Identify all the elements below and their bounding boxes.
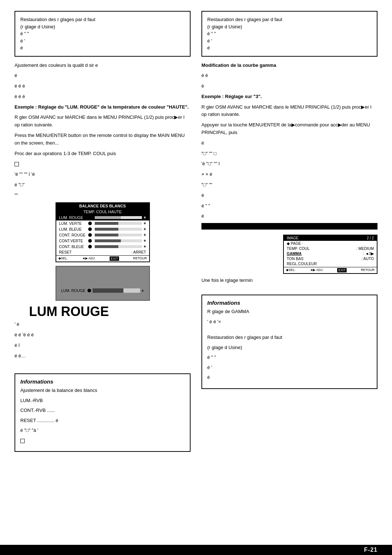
menu2-regl-couleur-row: REGL.COULEUR <box>284 261 377 266</box>
instruction1-right: R gler OSM AVANC sur MARCHE dans le MENU… <box>201 104 377 119</box>
instruction1-left: R gler OSM AVANC sur MARCHE dans le MENU… <box>15 114 191 129</box>
text-after4-left: é é… <box>15 352 191 360</box>
menu2-nav-sel: ◆SEL. <box>286 268 296 272</box>
menu-row-lum-rouge: LUM. ROUGE + <box>56 215 149 220</box>
menu2-nav-exit: EXIT <box>337 268 347 272</box>
lum-rouge-bar-fill <box>95 216 121 219</box>
nav-exit-btn: EXIT <box>110 256 119 261</box>
text-done-right: Une fois le rglage termin <box>201 277 377 284</box>
image-menu-page: 2 / 2 <box>367 236 374 240</box>
menu-subtitle-bar: TEMP. COUL HAUTE <box>56 209 149 215</box>
image-menu-title-bar: IMAGE 2 / 2 <box>284 235 377 241</box>
checkbox-line-left <box>15 160 191 168</box>
right-text-block3: 'é "□" "" î <box>201 160 377 168</box>
image-menu-screen: IMAGE 2 / 2 ◆ PAGE · TEMP. COUL : MEDIUM… <box>283 235 377 274</box>
cont-bleue-bar-fill <box>95 245 118 248</box>
instruction2-right: Appuyer sur la touche MENU/ENTER de la▶c… <box>201 121 377 137</box>
example-title-left: Exemple : Réglage du "LUM. ROUGE" de la … <box>15 104 191 111</box>
menu2-gamma-value: : ◄3▶ <box>363 251 374 256</box>
menu2-temp-coul-value: : MEDIUM <box>356 246 374 251</box>
lum-bleue-label: LUM. BLEUE <box>59 227 88 231</box>
info-line2: (r glage d Usine) <box>20 23 185 31</box>
reset-value: : ARRET <box>131 250 146 254</box>
left-info-line1: Ajustement de la balance des blancs <box>20 387 185 394</box>
lum-verte-dot <box>88 222 92 225</box>
menu-row-lum-bleue: LUM. BLEUE + <box>56 226 149 232</box>
right-info-restore-line4: (r glage d Usine) <box>207 344 372 351</box>
menu-row-cont-bleue: CONT. BLEUE + <box>56 244 149 250</box>
right-text-block8: é <box>201 212 377 220</box>
menu-reset-row: RESET : ARRET <box>56 250 149 255</box>
spacer-left <box>15 362 191 373</box>
right-bottom-info-box: Informations R glage de GAMMA ' é é '× R… <box>201 295 377 389</box>
menu2-ton-bas-label: TON BAS <box>287 256 303 261</box>
right-info-gamma-line2: ' é é '× <box>207 318 372 325</box>
right-info-gamma-line: R glage de GAMMA <box>207 308 372 315</box>
nav-sel: ◆SEL. <box>58 256 68 261</box>
right-text-block2: "□" "" □ <box>201 150 377 158</box>
lum-rouge-screen-bar-fill <box>93 288 123 293</box>
gamma-text2: è <box>201 82 377 90</box>
lum-rouge-screen-label: LUM. ROUGE <box>61 288 86 293</box>
right-text-block7: é " " <box>201 202 377 210</box>
text-after3-left: é î <box>15 342 191 349</box>
right-info-line2: (r glage d Usine) <box>207 23 372 31</box>
right-info-restore-line7: é <box>207 374 372 381</box>
image-menu-page-label: ◆ PAGE · <box>284 241 377 246</box>
left-section1-text: Ajustement des couleurs la qualit d sir … <box>15 62 191 69</box>
cont-verte-bar-fill <box>95 239 121 242</box>
menu2-nav-row: ◆SEL. ◄▶ ADJ. EXIT RETOUR <box>284 267 377 273</box>
right-text-block4: × × é <box>201 171 377 178</box>
text-block3-left: "" <box>15 192 191 199</box>
black-bar <box>201 223 377 230</box>
left-info-reset: RESET ............. é <box>20 417 185 424</box>
menu-row-cont-rouge: CONT. ROUGE + <box>56 232 149 238</box>
right-info-restore-line6: é ' <box>207 364 372 371</box>
cont-rouge-bar-fill <box>95 234 118 236</box>
info-line4: é ' <box>20 37 185 45</box>
instruction2-left: Press the MENU/ENTER button on the remot… <box>15 132 191 147</box>
checkbox-icon-bottom-left <box>20 439 25 443</box>
left-top-info-box: Restauration des r glages par d faut (r … <box>15 11 191 57</box>
lum-rouge-plus: + <box>143 215 146 220</box>
lum-bleue-dot <box>88 227 92 231</box>
lum-rouge-screen-bar <box>93 288 140 293</box>
right-text-block5: "□" "" <box>201 181 377 189</box>
checkbox-icon-left <box>15 162 19 166</box>
lum-rouge-screen-plus: + <box>142 288 144 293</box>
menu-nav-row: ◆SEL. ◄▶ ADJ. EXIT RETOUR <box>56 255 149 262</box>
menu-row-cont-verte: CONT.VERTE + <box>56 238 149 244</box>
info-line3: é " " <box>20 30 185 37</box>
menu2-nav-retour: RETOUR <box>361 268 375 272</box>
cont-bleue-plus: + <box>143 244 146 249</box>
lum-rouge-dot <box>88 216 92 219</box>
nav-retour: RETOUR <box>133 256 147 261</box>
menu-title-bar: BALANCE DES BLANCS <box>56 203 149 209</box>
lum-rouge-large-screen: LUM. ROUGE + <box>56 266 150 301</box>
cont-rouge-plus: + <box>143 232 146 238</box>
left-section1-text4: é é è <box>15 93 191 101</box>
lum-rouge-big-container: LUM ROUGE <box>29 304 191 319</box>
menu2-gamma-row: GAMMA : ◄3▶ <box>284 251 377 256</box>
lum-rouge-bar-container <box>95 216 142 219</box>
lum-rouge-bar-row: LUM. ROUGE + <box>61 288 144 293</box>
x-icon: × <box>201 171 204 177</box>
example-title-right: Exemple : Réglage sur "3". <box>201 93 377 101</box>
text-block2-left: é "□" <box>15 181 191 189</box>
left-section1-text3: é é è <box>15 82 191 90</box>
lum-bleue-bar-container <box>95 228 142 231</box>
lum-bleue-plus: + <box>143 227 146 232</box>
left-section1-text2: é <box>15 72 191 80</box>
text-block1-left: 'é "" "" î 'é <box>15 171 191 178</box>
cont-bleue-bar-container <box>95 245 142 248</box>
lum-rouge-spacer <box>61 274 144 288</box>
right-info-title: Informations <box>207 300 372 306</box>
lum-rouge-screen-dot <box>87 289 91 292</box>
left-bottom-info-box: Informations Ajustement de la balance de… <box>15 373 191 452</box>
cont-verte-plus: + <box>143 238 146 243</box>
lum-verte-plus: + <box>143 221 146 226</box>
lum-bleue-bar-fill <box>95 228 118 231</box>
cont-bleue-label: CONT. BLEUE <box>59 244 88 249</box>
text-after-left: ' é <box>15 321 191 328</box>
cont-verte-label: CONT.VERTE <box>59 239 88 243</box>
